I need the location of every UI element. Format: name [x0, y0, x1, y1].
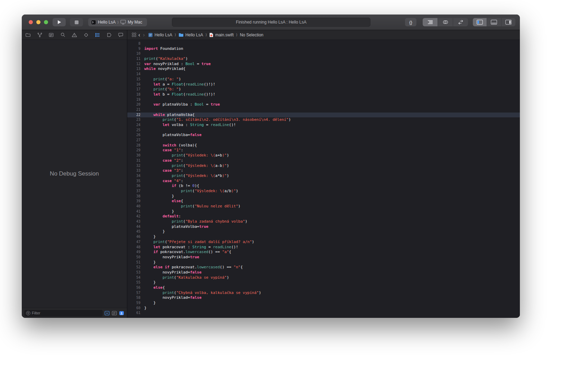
code-line[interactable]: 38 }: [127, 194, 520, 199]
zoom-button[interactable]: [44, 20, 48, 24]
code-line[interactable]: 41 }: [127, 209, 520, 214]
code-line[interactable]: 60}: [127, 306, 520, 311]
symbol-navigator-icon[interactable]: [48, 32, 54, 38]
filter-toggle-view-icon[interactable]: [111, 310, 117, 316]
code-line[interactable]: 47 print("Přejete si zadat další příklad…: [127, 240, 520, 245]
code-line[interactable]: 9import Foundation: [127, 46, 520, 52]
code-line[interactable]: 30 print("Výsledek: \(a+b)"): [127, 153, 520, 158]
code-line[interactable]: 42 default:: [127, 214, 520, 219]
code-line[interactable]: 34 print("Výsledek: \(a*b)"): [127, 173, 520, 179]
line-number[interactable]: 21: [127, 107, 140, 113]
back-button[interactable]: ‹: [137, 32, 141, 38]
toggle-navigator-button[interactable]: [473, 18, 487, 26]
code-line[interactable]: 57 print("Chybná volba, kalkulačka se vy…: [127, 290, 520, 296]
project-navigator-icon[interactable]: [25, 32, 31, 38]
line-number[interactable]: 33: [127, 168, 140, 173]
line-number[interactable]: 14: [127, 72, 140, 77]
source-control-icon[interactable]: [37, 32, 43, 38]
line-number[interactable]: 61: [127, 311, 140, 316]
line-number[interactable]: 22: [127, 113, 140, 118]
forward-button[interactable]: ›: [141, 32, 146, 38]
line-number[interactable]: 51: [127, 260, 140, 265]
stop-button[interactable]: [70, 18, 83, 26]
close-button[interactable]: [29, 20, 33, 24]
report-navigator-icon[interactable]: [118, 32, 124, 38]
code-line[interactable]: 26 platnaVolba=false: [127, 133, 520, 138]
code-line[interactable]: 59 }: [127, 301, 520, 306]
code-line[interactable]: 33 case "3":: [127, 168, 520, 173]
breadcrumb-group[interactable]: Hello LsA: [178, 33, 203, 37]
line-number[interactable]: 36: [127, 183, 140, 189]
line-number[interactable]: 37: [127, 189, 140, 194]
line-number[interactable]: 35: [127, 179, 140, 184]
code-line[interactable]: 12var novyPriklad : Bool = true: [127, 62, 520, 67]
line-number[interactable]: 40: [127, 204, 140, 209]
filter-toggle-paused-icon[interactable]: [104, 310, 110, 316]
code-line[interactable]: 52 else if pokracovat.lowercased() == "n…: [127, 265, 520, 270]
line-number[interactable]: 59: [127, 301, 140, 306]
line-number[interactable]: 45: [127, 229, 140, 234]
standard-editor-button[interactable]: [423, 18, 438, 26]
code-line[interactable]: 55 }: [127, 280, 520, 285]
breadcrumb-selection[interactable]: No Selection: [240, 33, 263, 37]
code-line[interactable]: 39 else{: [127, 199, 520, 204]
line-number[interactable]: 16: [127, 82, 140, 87]
code-line[interactable]: 24 let volba : String = readLine()!: [127, 123, 520, 128]
line-number[interactable]: 46: [127, 234, 140, 240]
line-number[interactable]: 24: [127, 123, 140, 128]
code-line[interactable]: 18 let b = Float(readLine()!)!: [127, 92, 520, 97]
code-line[interactable]: 50 novyPriklad=true: [127, 255, 520, 260]
code-line[interactable]: 58 novyPriklad=false: [127, 295, 520, 301]
line-number[interactable]: 52: [127, 265, 140, 270]
code-line[interactable]: 22 while platnaVolba{: [127, 113, 520, 118]
code-line[interactable]: 20 var platnaVolba : Bool = true: [127, 102, 520, 107]
line-number[interactable]: 60: [127, 306, 140, 311]
code-line[interactable]: 44 platnaVolba=true: [127, 224, 520, 230]
line-number[interactable]: 30: [127, 153, 140, 158]
line-number[interactable]: 39: [127, 199, 140, 204]
line-number[interactable]: 9: [127, 46, 140, 52]
scheme-selector[interactable]: Hello LsA ⟩ My Mac: [88, 18, 147, 26]
code-line[interactable]: 45 }: [127, 229, 520, 234]
code-line[interactable]: 51 }: [127, 260, 520, 265]
search-icon[interactable]: [60, 32, 66, 38]
test-navigator-icon[interactable]: [83, 32, 89, 38]
line-number[interactable]: 23: [127, 117, 140, 123]
code-line[interactable]: 27: [127, 138, 520, 143]
line-number[interactable]: 13: [127, 66, 140, 72]
code-line[interactable]: 36 if (b != 0){: [127, 183, 520, 189]
assistant-editor-button[interactable]: [438, 18, 453, 26]
line-number[interactable]: 12: [127, 62, 140, 67]
code-line[interactable]: 32 print("Výsledek: \(a-b)"): [127, 163, 520, 169]
code-line[interactable]: 43 print("Byla zadaná chybná volba"): [127, 219, 520, 224]
line-number[interactable]: 27: [127, 138, 140, 143]
line-number[interactable]: 10: [127, 51, 140, 56]
related-items-icon[interactable]: [131, 32, 137, 38]
code-line[interactable]: 29 case "1":: [127, 148, 520, 153]
line-number[interactable]: 29: [127, 148, 140, 153]
code-line[interactable]: 49 if pokracovat.lowercased() == "a"{: [127, 250, 520, 255]
code-line[interactable]: 14: [127, 72, 520, 77]
code-line[interactable]: 25: [127, 128, 520, 133]
code-line[interactable]: 56 else{: [127, 285, 520, 290]
line-number[interactable]: 32: [127, 163, 140, 169]
line-number[interactable]: 15: [127, 77, 140, 82]
code-line[interactable]: 13while novyPriklad{: [127, 66, 520, 72]
line-number[interactable]: 50: [127, 255, 140, 260]
toggle-debug-area-button[interactable]: [487, 18, 501, 26]
line-number[interactable]: 8: [127, 41, 140, 46]
code-line[interactable]: 23 print("1. sčítání\n2. odčítání\n3. ná…: [127, 117, 520, 123]
line-number[interactable]: 43: [127, 219, 140, 224]
filter-input[interactable]: [32, 311, 101, 315]
line-number[interactable]: 19: [127, 97, 140, 102]
code-line[interactable]: 48 let pokracovat : String = readLine()!: [127, 245, 520, 250]
breakpoint-navigator-icon[interactable]: [106, 32, 112, 38]
code-line[interactable]: 31 case "2":: [127, 158, 520, 163]
minimize-button[interactable]: [36, 20, 40, 24]
line-number[interactable]: 20: [127, 102, 140, 107]
code-line[interactable]: 53 novyPriklad=false: [127, 270, 520, 275]
line-number[interactable]: 55: [127, 280, 140, 285]
line-number[interactable]: 53: [127, 270, 140, 275]
run-button[interactable]: [53, 18, 66, 26]
line-number[interactable]: 25: [127, 128, 140, 133]
